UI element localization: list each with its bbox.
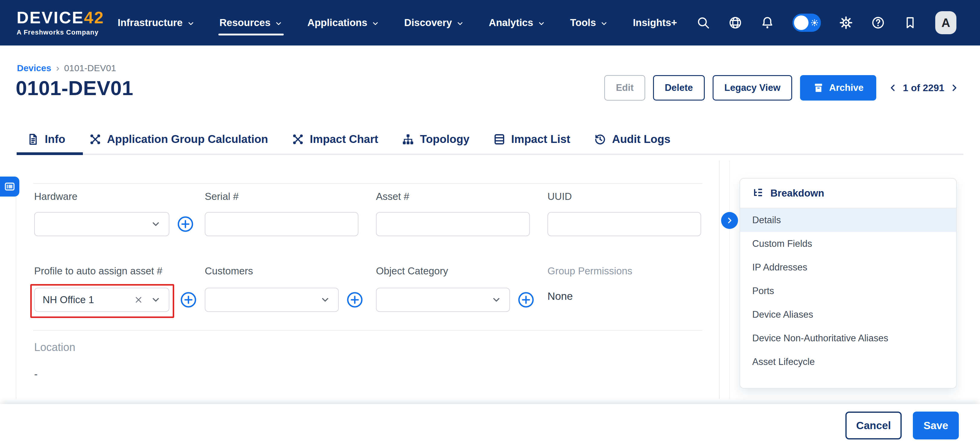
field-uuid: UUID: [547, 191, 705, 236]
nav-item-insights[interactable]: Insights+: [633, 0, 677, 45]
nav-item-tools[interactable]: Tools: [570, 0, 608, 45]
nav-item-resources[interactable]: Resources: [220, 0, 283, 45]
nav-item-label: Tools: [570, 17, 596, 29]
uuid-input[interactable]: [547, 212, 701, 236]
nav-item-applications[interactable]: Applications: [307, 0, 379, 45]
avatar[interactable]: A: [935, 11, 956, 34]
globe-icon[interactable]: [729, 16, 742, 30]
previous-device-button[interactable]: [888, 83, 897, 93]
tab-label: Impact Chart: [310, 133, 378, 146]
breakdown-item-ip-addresses[interactable]: IP Addresses: [740, 255, 956, 279]
cancel-button[interactable]: Cancel: [845, 412, 902, 439]
field-serial: Serial #: [205, 191, 362, 236]
chevron-down-icon: [456, 20, 464, 27]
panel-track-divider: [729, 161, 730, 399]
chevron-down-icon: [371, 20, 379, 27]
page-title: 0101-DEV01: [16, 76, 134, 100]
group-permissions-value: None: [547, 290, 705, 302]
tab-application-group-calculation[interactable]: Application Group Calculation: [89, 125, 268, 153]
share-nodes-icon: [89, 133, 102, 146]
search-icon[interactable]: [696, 16, 710, 30]
edit-button[interactable]: Edit: [605, 75, 645, 101]
main-menu: Infrastructure Resources Applications Di…: [118, 0, 677, 45]
field-label: Location: [34, 341, 191, 354]
panel-collapse-button[interactable]: [721, 212, 738, 229]
nav-item-label: Applications: [307, 17, 367, 29]
tab-label: Application Group Calculation: [107, 133, 268, 146]
save-button[interactable]: Save: [913, 412, 959, 439]
archive-button[interactable]: Archive: [800, 75, 876, 101]
field-label: Customers: [205, 265, 368, 277]
tab-audit-logs[interactable]: Audit Logs: [594, 125, 670, 153]
chevron-down-icon: [151, 219, 161, 229]
field-label: Group Permissions: [547, 265, 705, 277]
field-customers: Customers: [205, 265, 368, 312]
asset-input[interactable]: [376, 212, 530, 236]
tab-info[interactable]: Info: [27, 125, 65, 153]
theme-toggle[interactable]: [792, 14, 821, 32]
chevron-left-icon: [888, 83, 897, 93]
select-value: NH Office 1: [43, 294, 134, 306]
device-pager: 1 of 2291: [888, 82, 959, 94]
list-icon: [4, 181, 16, 192]
breadcrumb-separator: ›: [56, 62, 59, 73]
object-category-select[interactable]: [376, 288, 510, 312]
field-label: Hardware: [34, 191, 197, 202]
legacy-view-button[interactable]: Legacy View: [713, 75, 792, 101]
add-profile-button[interactable]: [180, 291, 197, 309]
toggle-knob: [794, 16, 808, 30]
nav-item-label: Discovery: [404, 17, 452, 29]
next-device-button[interactable]: [950, 83, 959, 93]
field-profile-auto-assign: Profile to auto assign asset # NH Office…: [34, 265, 204, 312]
breakdown-item-custom-fields[interactable]: Custom Fields: [740, 232, 956, 255]
brand-tagline: A Freshworks Company: [17, 29, 104, 36]
breakdown-item-device-non-authoritative-aliases[interactable]: Device Non-Authoritative Aliases: [740, 326, 956, 350]
add-customer-button[interactable]: [346, 291, 364, 309]
tab-bar: Info Application Group Calculation Impac…: [27, 125, 963, 155]
rows-icon: [493, 133, 506, 146]
plus-circle-icon: [346, 291, 364, 309]
customers-select[interactable]: [205, 288, 339, 312]
help-icon[interactable]: [871, 16, 885, 30]
field-asset: Asset #: [376, 191, 533, 236]
avatar-letter: A: [942, 16, 950, 30]
profile-select[interactable]: NH Office 1: [34, 288, 169, 312]
gear-icon[interactable]: [839, 16, 853, 30]
left-panel-divider: [16, 196, 16, 399]
top-navigation-bar: DEVICE42 A Freshworks Company Infrastruc…: [0, 0, 980, 45]
nav-item-label: Analytics: [489, 17, 533, 29]
add-hardware-button[interactable]: [177, 216, 194, 233]
left-panel-toggle[interactable]: [0, 177, 19, 196]
delete-button[interactable]: Delete: [653, 75, 705, 101]
tab-label: Info: [45, 133, 65, 146]
breakdown-item-device-aliases[interactable]: Device Aliases: [740, 303, 956, 326]
plus-circle-icon: [517, 291, 535, 309]
nav-item-analytics[interactable]: Analytics: [489, 0, 545, 45]
nav-item-label: Resources: [220, 17, 271, 29]
tab-impact-chart[interactable]: Impact Chart: [291, 125, 378, 153]
breakdown-item-asset-lifecycle[interactable]: Asset Lifecycle: [740, 350, 956, 374]
section-divider: [33, 183, 702, 184]
hardware-select[interactable]: [34, 212, 169, 236]
nav-icon-group: A: [696, 11, 980, 34]
bookmark-icon[interactable]: [903, 16, 917, 30]
breadcrumb-current: 0101-DEV01: [64, 63, 116, 73]
bell-icon[interactable]: [760, 16, 774, 30]
serial-input[interactable]: [205, 212, 358, 236]
breakdown-item-details[interactable]: Details: [740, 208, 956, 232]
tab-impact-list[interactable]: Impact List: [493, 125, 570, 153]
device42-logo[interactable]: DEVICE42 A Freshworks Company: [17, 10, 104, 36]
breadcrumb-devices-link[interactable]: Devices: [17, 63, 51, 73]
tab-label: Audit Logs: [612, 133, 670, 146]
chevron-down-icon: [538, 20, 545, 27]
nav-item-infrastructure[interactable]: Infrastructure: [118, 0, 195, 45]
breakdown-item-ports[interactable]: Ports: [740, 279, 956, 303]
pagination-label: 1 of 2291: [903, 82, 944, 94]
tree-icon: [402, 133, 414, 146]
location-value: -: [34, 368, 191, 380]
nav-item-discovery[interactable]: Discovery: [404, 0, 464, 45]
add-object-category-button[interactable]: [517, 291, 535, 309]
field-hardware: Hardware: [34, 191, 197, 236]
clear-icon[interactable]: [134, 295, 143, 305]
tab-topology[interactable]: Topology: [402, 125, 469, 153]
